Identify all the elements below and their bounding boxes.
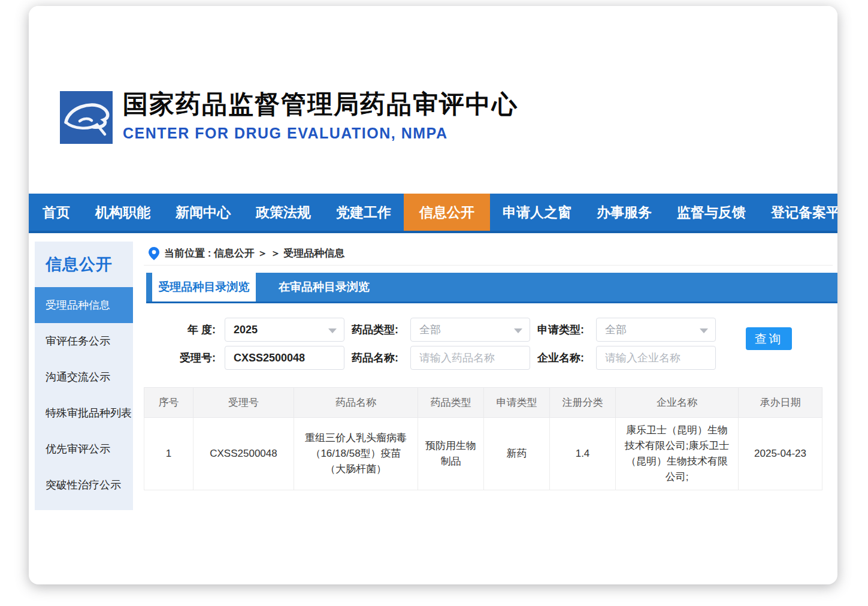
cell-company: 康乐卫士（昆明）生物技术有限公司;康乐卫士（昆明）生物技术有限公司; [616,418,739,490]
filter-panel: 年 度: 2025 药品类型: 全部 申请类型: 全部 [144,303,837,385]
apply-type-select-value: 全部 [605,322,627,337]
sidebar-item-special-approval[interactable]: 特殊审批品种列表 [35,395,133,431]
drug-type-select[interactable]: 全部 [410,318,530,342]
drug-type-select-value: 全部 [419,322,441,337]
company-name-field [596,346,716,370]
nav-item-party[interactable]: 党建工作 [323,194,404,231]
nav-item-applicant-window[interactable]: 申请人之窗 [490,194,584,231]
cell-drug-name: 重组三价人乳头瘤病毒（16/18/58型）疫苗（大肠杆菌） [294,418,418,490]
accept-no-input[interactable] [225,346,344,369]
col-header-reg-class: 注册分类 [550,388,616,418]
sidebar-title: 信息公开 [35,242,133,287]
year-label: 年 度: [144,322,216,337]
table-row: 1 CXSS2500048 重组三价人乳头瘤病毒（16/18/58型）疫苗（大肠… [144,418,822,490]
chevron-down-icon [700,328,708,333]
page-body: 信息公开 受理品种信息 审评任务公示 沟通交流公示 特殊审批品种列表 优先审评公… [29,242,837,510]
breadcrumb: 当前位置 : 信息公开 ＞ ＞ 受理品种信息 [144,242,833,266]
breadcrumb-text: 当前位置 : 信息公开 ＞ ＞ 受理品种信息 [164,246,344,260]
sidebar: 信息公开 受理品种信息 审评任务公示 沟通交流公示 特殊审批品种列表 优先审评公… [35,242,133,510]
cell-accept-no: CXSS2500048 [193,418,294,490]
drug-type-label: 药品类型: [344,322,398,337]
tab-under-review-catalog[interactable]: 在审品种目录浏览 [256,273,392,302]
col-header-date: 承办日期 [739,388,822,418]
sidebar-item-breakthrough-therapy[interactable]: 突破性治疗公示 [35,467,133,503]
cell-reg-class: 1.4 [550,418,616,490]
location-pin-icon [149,247,159,260]
cell-index: 1 [144,418,193,490]
brand-block: 国家药品监督管理局药品审评中心 CENTER FOR DRUG EVALUATI… [123,90,518,142]
drug-name-input[interactable] [411,346,530,369]
filter-row-1: 年 度: 2025 药品类型: 全部 申请类型: 全部 [144,318,837,342]
apply-type-select[interactable]: 全部 [596,318,716,342]
tab-bar: 受理品种目录浏览 在审品种目录浏览 [146,273,837,303]
col-header-apply-type: 申请类型 [484,388,550,418]
col-header-accept-no: 受理号 [193,388,294,418]
filter-row-2: 受理号: 药品名称: 企业名称: [144,346,837,370]
nav-item-functions[interactable]: 机构职能 [83,194,163,231]
drug-name-field [410,346,530,370]
search-button[interactable]: 查询 [746,327,792,350]
year-select[interactable]: 2025 [225,318,344,342]
sidebar-item-review-tasks[interactable]: 审评任务公示 [35,323,133,359]
col-header-drug-name: 药品名称 [294,388,418,418]
site-title: 国家药品监督管理局药品审评中心 [123,90,518,119]
page-card: 国家药品监督管理局药品审评中心 CENTER FOR DRUG EVALUATI… [29,6,837,584]
company-name-input[interactable] [597,346,715,369]
apply-type-label: 申请类型: [530,322,584,337]
company-name-label: 企业名称: [530,351,584,365]
table-header-row: 序号 受理号 药品名称 药品类型 申请类型 注册分类 企业名称 承办日期 [144,388,822,418]
nav-item-supervision[interactable]: 监督与反馈 [664,194,758,231]
sidebar-item-communication[interactable]: 沟通交流公示 [35,359,133,395]
cde-fish-icon [60,91,113,144]
site-header: 国家药品监督管理局药品审评中心 CENTER FOR DRUG EVALUATI… [29,6,837,194]
drug-name-label: 药品名称: [344,351,398,365]
accept-no-label: 受理号: [144,351,216,365]
cell-drug-type: 预防用生物制品 [418,418,484,490]
nav-item-home[interactable]: 首页 [30,194,83,231]
col-header-index: 序号 [144,388,193,418]
tab-accepted-catalog[interactable]: 受理品种目录浏览 [152,273,256,302]
col-header-drug-type: 药品类型 [418,388,484,418]
site-subtitle: CENTER FOR DRUG EVALUATION, NMPA [123,125,518,142]
results-table: 序号 受理号 药品名称 药品类型 申请类型 注册分类 企业名称 承办日期 1 C… [144,387,822,490]
year-select-value: 2025 [234,324,258,336]
chevron-down-icon [514,328,522,333]
nav-item-news[interactable]: 新闻中心 [163,194,243,231]
nav-item-policy[interactable]: 政策法规 [243,194,323,231]
sidebar-item-priority-review[interactable]: 优先审评公示 [35,431,133,467]
sidebar-item-accepted-varieties[interactable]: 受理品种信息 [35,287,133,323]
cell-date: 2025-04-23 [739,418,822,490]
col-header-company: 企业名称 [616,388,739,418]
nav-item-registration-platform[interactable]: 登记备案平台 [758,194,837,231]
nav-item-info-disclosure[interactable]: 信息公开 [404,194,490,231]
accept-no-field [225,346,344,370]
cde-logo [60,91,113,144]
cell-apply-type: 新药 [484,418,550,490]
nav-item-services[interactable]: 办事服务 [584,194,664,231]
content-area: 当前位置 : 信息公开 ＞ ＞ 受理品种信息 受理品种目录浏览 在审品种目录浏览… [133,242,837,510]
chevron-down-icon [328,328,337,333]
main-nav: 首页 机构职能 新闻中心 政策法规 党建工作 信息公开 申请人之窗 办事服务 监… [29,194,837,233]
